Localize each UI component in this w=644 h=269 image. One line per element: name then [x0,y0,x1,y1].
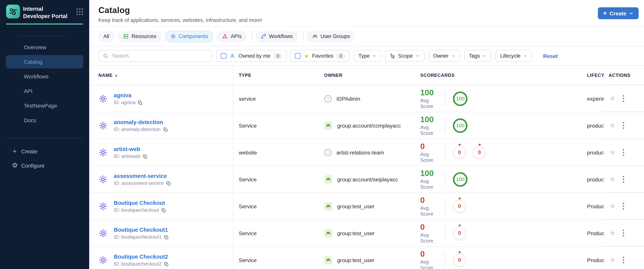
entity-name-link[interactable]: anomaly-detection [114,119,163,125]
filter-dropdown-owner[interactable]: Owner [429,50,460,62]
tab-apis[interactable]: APIs [217,30,247,42]
owner-value: artist-relations-team [336,149,384,155]
star-icon: ★ [304,53,309,59]
type-cell: Service [234,203,319,209]
sidebar-item-api[interactable]: API [6,84,84,98]
entity-name-link[interactable]: assessment-service [114,173,167,179]
entity-name-link[interactable]: agniva [114,92,132,98]
tab-resources[interactable]: Resources [118,30,161,42]
type-value: Service [239,230,257,236]
copy-icon[interactable] [161,208,166,213]
favorite-star-icon[interactable]: ★ [609,175,616,183]
column-header-name[interactable]: NAME ▲ [89,66,234,85]
person-icon [230,53,235,59]
question-circle-icon: ? [324,95,332,102]
column-header-type[interactable]: TYPE [234,73,319,78]
tab-workflows[interactable]: Workflows [256,30,298,42]
sidebar-footer-create[interactable]: +Create [0,144,89,158]
kebab-menu-icon[interactable] [622,149,624,156]
workflow-icon [260,33,266,39]
filter-dropdown-lifecycle[interactable]: Lifecycle [496,50,532,62]
favorite-star-icon[interactable]: ★ [609,94,616,102]
sidebar-item-workflows[interactable]: Workflows [6,69,84,83]
scorecard-ring-value: 0 [458,230,461,236]
scorecard-rings: 0 [453,254,466,267]
scorecard-ring[interactable]: 0 [453,227,466,240]
scorecard-ring[interactable]: 100 [453,91,468,106]
scorecard-ring[interactable]: 0 [453,146,466,159]
sidebar-footer-label: Configure [21,162,44,169]
name-block: artist-webID: artistweb [114,146,148,159]
name-cell: agnivaID: agniva [89,85,234,112]
filter-dropdown-type[interactable]: Type [354,50,381,62]
entity-name-link[interactable]: Boutique Checkout2 [114,254,168,260]
owner-value: group:test_user [337,230,375,236]
score-divider [445,145,445,160]
search-input[interactable] [112,53,208,59]
copy-icon[interactable] [138,100,143,105]
sidebar-item-docs[interactable]: Docs [6,113,84,127]
tab-user-groups[interactable]: User Groups [306,30,355,42]
sidebar-item-testnewpage[interactable]: TestNewPage [6,99,84,112]
brand-accent-divider [6,23,83,24]
favorite-star-icon[interactable]: ★ [609,148,616,156]
favorites-filter[interactable]: ★ Favorites 0 [291,50,350,62]
owned-by-me-filter[interactable]: Owned by me 0 [216,50,287,62]
module-grid-icon[interactable] [76,8,84,17]
scorecard-ring[interactable]: 100 [453,118,468,133]
column-header-scorecards[interactable]: SCORECARDS [413,73,576,78]
kebab-menu-icon[interactable] [622,256,624,264]
sidebar-item-catalog[interactable]: Catalog [6,55,84,68]
filter-dropdown-scope[interactable]: Scope [386,50,424,62]
filter-dropdown-tags[interactable]: Tags [464,50,491,62]
favorite-star-icon[interactable]: ★ [609,202,616,210]
scorecard-ring[interactable]: 0 [453,254,466,267]
favorite-star-icon[interactable]: ★ [609,121,616,129]
scorecards-cell: 100Avg Score100 [413,112,576,139]
chevron-down-icon [482,54,487,58]
tab-divider [252,30,252,42]
reset-filters-link[interactable]: Reset [543,53,558,59]
favorite-star-icon[interactable]: ★ [609,256,616,264]
search-icon [103,53,108,59]
dropdown-label: Scope [398,53,413,59]
favorite-star-icon[interactable]: ★ [609,229,616,237]
scorecard-ring[interactable]: 100 [453,172,468,187]
copy-icon[interactable] [166,181,171,186]
row-actions: ★ [604,166,644,193]
sidebar-item-overview[interactable]: Overview [6,40,84,54]
copy-icon[interactable] [163,127,168,132]
kebab-menu-icon[interactable] [622,95,624,102]
sidebar-footer-configure[interactable]: ⚙Configure [0,158,89,173]
kebab-menu-icon[interactable] [622,122,624,129]
kebab-menu-icon[interactable] [622,229,624,237]
scorecard-rings: 100 [453,91,468,106]
owned-by-me-checkbox[interactable] [221,53,226,59]
score-divider [445,226,445,240]
create-button[interactable]: + Create [598,7,638,19]
entity-id: ID: agniva [114,100,136,105]
column-header-owner[interactable]: OWNER [319,73,413,78]
avg-score-label: Avg Score [420,124,442,136]
copy-icon[interactable] [164,235,169,240]
owner-cell: ?artist-relations-team [319,149,413,156]
name-cell: anomaly-detectionID: anomaly-detection [89,112,234,139]
table-row: assessment-serviceID: assessment-service… [89,166,644,193]
kebab-menu-icon[interactable] [622,202,624,210]
gear-icon: ⚙ [12,162,17,169]
favorites-checkbox[interactable] [295,53,301,59]
scorecard-ring[interactable]: 0 [453,200,466,213]
type-cell: service [234,95,319,102]
scorecard-ring[interactable]: 0 [473,146,486,159]
copy-icon[interactable] [143,154,148,159]
tab-components[interactable]: Components [165,30,213,42]
entity-name-link[interactable]: Boutique Checkout1 [114,227,168,233]
kebab-menu-icon[interactable] [622,175,624,183]
copy-icon[interactable] [164,262,169,267]
entity-name-link[interactable]: artist-web [114,146,140,152]
tab-all[interactable]: All [98,30,114,42]
entity-name-link[interactable]: Boutique Checkout [114,200,165,206]
entity-id-line: ID: agniva [114,100,143,105]
page-title: Catalog [98,0,644,15]
type-cell: Service [234,230,319,236]
